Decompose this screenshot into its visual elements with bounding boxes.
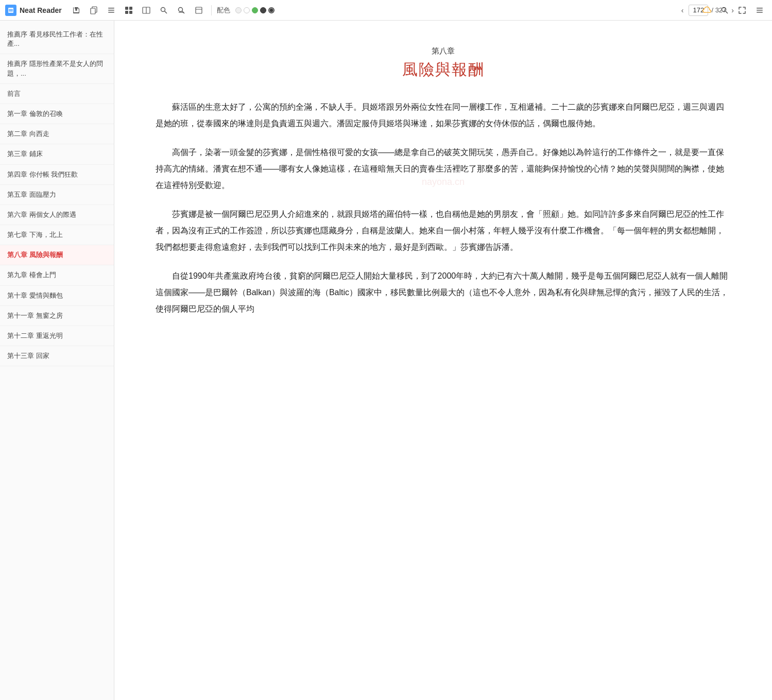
book-content: 第八章 風險與報酬 蘇活區的生意太好了，公寓的預約全滿，不缺人手。貝姬塔跟另外兩… (114, 21, 772, 700)
paragraph-3: 莎賓娜是被一個阿爾巴尼亞男人介紹進來的，就跟貝姬塔的羅伯特一樣，也自稱他是她的男… (156, 206, 731, 255)
app-name: Neat Reader (20, 6, 62, 14)
svg-line-15 (164, 11, 167, 13)
paragraph-2: 高個子，染著一頭金髮的莎賓娜，是個性格很可愛的女孩——總是拿自己的破英文開玩笑，… (156, 144, 731, 194)
color-label: 配色 (217, 6, 230, 15)
svg-rect-25 (757, 12, 763, 13)
sidebar-item-ch1[interactable]: 第一章 倫敦的召喚 (0, 104, 114, 124)
sidebar-item-ch8[interactable]: 第八章 風險與報酬 (0, 245, 114, 265)
svg-rect-6 (108, 10, 114, 11)
app-brand: Neat Reader (5, 5, 62, 16)
toolbar-save-btn[interactable] (69, 3, 83, 18)
svg-rect-9 (129, 7, 132, 10)
sidebar-item-ch10[interactable]: 第十章 愛情與麵包 (0, 286, 114, 306)
color-dot-3[interactable] (252, 7, 258, 13)
svg-line-22 (726, 11, 728, 14)
paragraph-1: 蘇活區的生意太好了，公寓的預約全滿，不缺人手。貝姬塔跟另外兩位女性在同一層樓工作… (156, 99, 731, 132)
toolbar-more-btn[interactable] (752, 3, 767, 18)
color-dot-5[interactable] (268, 7, 275, 13)
toolbar-layout-btn[interactable] (139, 3, 153, 18)
toolbar-menu-btn[interactable] (104, 3, 118, 18)
svg-point-21 (722, 8, 726, 12)
svg-rect-19 (196, 7, 202, 13)
svg-rect-0 (8, 8, 13, 13)
svg-rect-10 (125, 11, 128, 14)
toolbar-copy-btn[interactable] (87, 3, 101, 18)
svg-rect-8 (125, 7, 128, 10)
sidebar-item-rec1[interactable]: 推薦序 看見移民性工作者：在性產... (0, 25, 114, 54)
main-layout: 推薦序 看見移民性工作者：在性產... 推薦序 隱形性產業不是女人的問題，...… (0, 21, 772, 700)
sidebar-item-rec2[interactable]: 推薦序 隱形性產業不是女人的問題，... (0, 54, 114, 83)
toolbar-search1-btn[interactable] (157, 3, 171, 18)
sidebar-item-ch12[interactable]: 第十二章 重返光明 (0, 326, 114, 346)
svg-rect-5 (108, 8, 114, 9)
toolbar-find-btn[interactable] (717, 3, 732, 18)
cloud-icon-btn[interactable] (700, 3, 714, 18)
svg-rect-1 (9, 9, 13, 10)
sidebar-item-ch7[interactable]: 第七章 下海，北上 (0, 225, 114, 245)
toolbar: Neat Reader 配色 ‹ / 327 › (0, 0, 772, 21)
color-dot-4[interactable] (260, 7, 266, 13)
sidebar-item-ch6[interactable]: 第六章 兩個女人的際遇 (0, 205, 114, 225)
prev-page-btn[interactable]: ‹ (679, 5, 686, 15)
toolbar-search2-btn[interactable] (174, 3, 188, 18)
toolbar-right (700, 3, 767, 18)
color-dots (235, 7, 275, 13)
svg-rect-2 (9, 10, 13, 11)
svg-rect-4 (91, 8, 95, 14)
svg-rect-23 (757, 8, 763, 9)
chapter-number: 第八章 (156, 46, 731, 56)
color-dot-1[interactable] (235, 7, 242, 13)
toolbar-grid-btn[interactable] (122, 3, 136, 18)
sidebar-item-preface[interactable]: 前言 (0, 84, 114, 104)
svg-point-14 (161, 7, 165, 11)
paragraph-4: 自從1990年共產黨政府垮台後，貧窮的阿爾巴尼亞人開始大量移民，到了2000年時… (156, 268, 731, 317)
content-wrapper: 第八章 風險與報酬 蘇活區的生意太好了，公寓的預約全滿，不缺人手。貝姬塔跟另外兩… (156, 46, 731, 317)
sidebar-item-ch3[interactable]: 第三章 鋪床 (0, 144, 114, 164)
chapter-title: 風險與報酬 (156, 59, 731, 80)
svg-point-16 (178, 7, 182, 11)
sidebar-item-ch13[interactable]: 第十三章 回家 (0, 346, 114, 366)
app-icon (5, 5, 16, 16)
sidebar: 推薦序 看見移民性工作者：在性產... 推薦序 隱形性產業不是女人的問題，...… (0, 21, 114, 700)
toolbar-sep-1 (211, 5, 212, 15)
svg-rect-24 (757, 10, 763, 11)
sidebar-item-ch2[interactable]: 第二章 向西走 (0, 124, 114, 144)
svg-rect-7 (108, 12, 114, 13)
sidebar-item-ch5[interactable]: 第五章 面臨壓力 (0, 185, 114, 205)
toolbar-pagemode-btn[interactable] (192, 3, 206, 18)
toolbar-fullscreen-btn[interactable] (735, 3, 749, 18)
svg-rect-11 (129, 11, 132, 14)
sidebar-item-ch4[interactable]: 第四章 你付帳 我們狂歡 (0, 165, 114, 185)
sidebar-item-ch9[interactable]: 第九章 檯會上門 (0, 265, 114, 285)
color-dot-2[interactable] (244, 7, 250, 13)
sidebar-item-ch11[interactable]: 第十一章 無窗之房 (0, 306, 114, 326)
